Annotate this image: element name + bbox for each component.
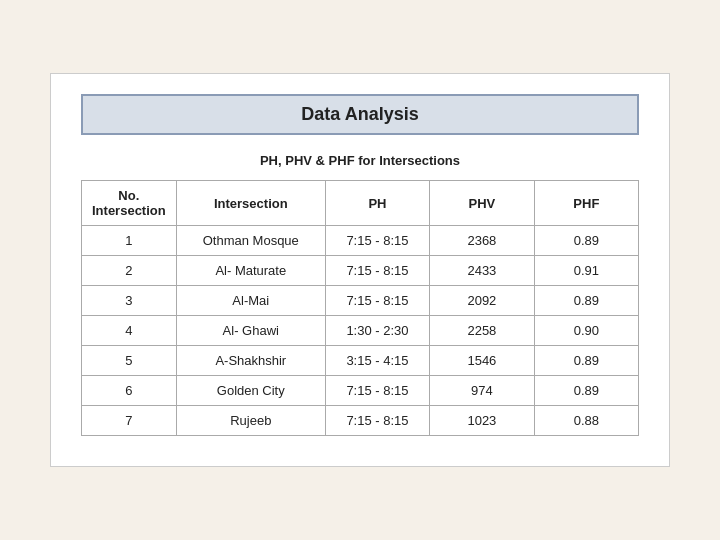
table-cell: 7:15 - 8:15	[325, 256, 429, 286]
table-cell: 1023	[430, 406, 535, 436]
header-phv: PHV	[430, 181, 535, 226]
table-row: 3Al-Mai7:15 - 8:1520920.89	[82, 286, 639, 316]
table-cell: Rujeeb	[176, 406, 325, 436]
table-cell: 0.91	[534, 256, 638, 286]
table-cell: 2092	[430, 286, 535, 316]
table-cell: 7:15 - 8:15	[325, 226, 429, 256]
table-cell: Al- Maturate	[176, 256, 325, 286]
table-cell: Al-Mai	[176, 286, 325, 316]
table-cell: 7:15 - 8:15	[325, 286, 429, 316]
table-cell: 7:15 - 8:15	[325, 376, 429, 406]
table-row: 5A-Shakhshir3:15 - 4:1515460.89	[82, 346, 639, 376]
table-cell: 2	[82, 256, 177, 286]
subtitle: PH, PHV & PHF for Intersections	[81, 153, 639, 168]
header-phf: PHF	[534, 181, 638, 226]
table-cell: 0.90	[534, 316, 638, 346]
table-cell: 974	[430, 376, 535, 406]
table-cell: 3:15 - 4:15	[325, 346, 429, 376]
page-container: Data Analysis PH, PHV & PHF for Intersec…	[50, 73, 670, 467]
table-cell: 1	[82, 226, 177, 256]
table-row: 7Rujeeb7:15 - 8:1510230.88	[82, 406, 639, 436]
data-table: No. Intersection Intersection PH PHV PHF…	[81, 180, 639, 436]
table-cell: Golden City	[176, 376, 325, 406]
header-no: No. Intersection	[82, 181, 177, 226]
table-cell: 0.88	[534, 406, 638, 436]
table-cell: 0.89	[534, 376, 638, 406]
table-row: 2Al- Maturate7:15 - 8:1524330.91	[82, 256, 639, 286]
table-row: 1Othman Mosque7:15 - 8:1523680.89	[82, 226, 639, 256]
table-header-row: No. Intersection Intersection PH PHV PHF	[82, 181, 639, 226]
table-cell: 0.89	[534, 346, 638, 376]
table-cell: 7	[82, 406, 177, 436]
table-cell: 0.89	[534, 226, 638, 256]
table-cell: 4	[82, 316, 177, 346]
table-cell: 2368	[430, 226, 535, 256]
title-box: Data Analysis	[81, 94, 639, 135]
table-cell: 2258	[430, 316, 535, 346]
table-cell: 2433	[430, 256, 535, 286]
table-cell: 0.89	[534, 286, 638, 316]
table-cell: 6	[82, 376, 177, 406]
page-title: Data Analysis	[103, 104, 617, 125]
table-cell: 7:15 - 8:15	[325, 406, 429, 436]
header-intersection: Intersection	[176, 181, 325, 226]
table-cell: A-Shakhshir	[176, 346, 325, 376]
table-row: 6Golden City7:15 - 8:159740.89	[82, 376, 639, 406]
table-cell: 1546	[430, 346, 535, 376]
table-cell: 5	[82, 346, 177, 376]
table-row: 4Al- Ghawi1:30 - 2:3022580.90	[82, 316, 639, 346]
table-cell: 1:30 - 2:30	[325, 316, 429, 346]
header-ph: PH	[325, 181, 429, 226]
table-cell: Othman Mosque	[176, 226, 325, 256]
table-cell: 3	[82, 286, 177, 316]
table-cell: Al- Ghawi	[176, 316, 325, 346]
